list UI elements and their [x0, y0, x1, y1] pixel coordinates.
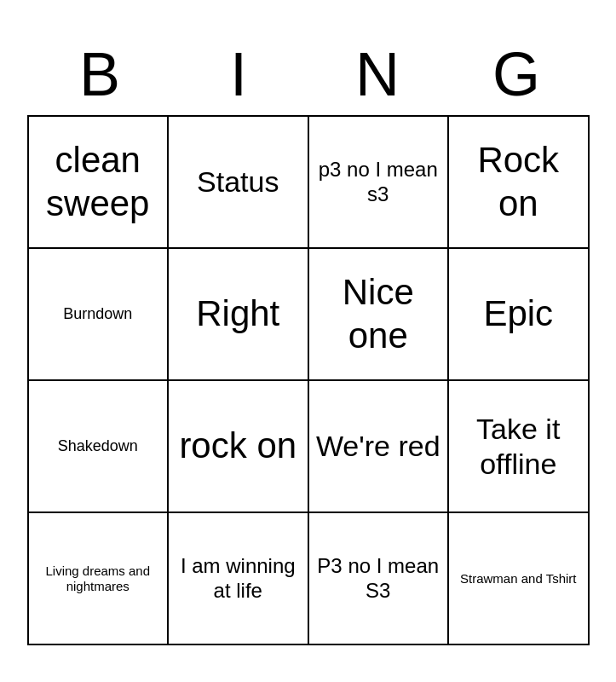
cell-text-r1-c1: Right: [196, 292, 279, 335]
bingo-cell-r1-c2[interactable]: Nice one: [309, 249, 450, 381]
cell-text-r1-c2: Nice one: [316, 271, 441, 357]
cell-text-r2-c1: rock on: [179, 425, 296, 467]
bingo-cell-r3-c0[interactable]: Living dreams and nightmares: [29, 513, 170, 645]
bingo-cell-r3-c2[interactable]: P3 no I mean S3: [309, 513, 450, 645]
bingo-cell-r0-c1[interactable]: Status: [169, 117, 309, 249]
cell-text-r0-c1: Status: [197, 165, 279, 199]
bingo-card: BING clean sweepStatusp3 no I mean s3Roc…: [19, 28, 598, 654]
header-letter-b: B: [31, 37, 170, 112]
bingo-cell-r3-c3[interactable]: Strawman and Tshirt: [449, 513, 590, 645]
cell-text-r1-c3: Epic: [483, 292, 553, 335]
bingo-cell-r2-c2[interactable]: We're red: [309, 381, 450, 513]
bingo-cell-r0-c3[interactable]: Rock on: [449, 117, 590, 249]
bingo-cell-r1-c1[interactable]: Right: [169, 249, 309, 381]
bingo-grid: clean sweepStatusp3 no I mean s3Rock onB…: [27, 115, 590, 645]
header-letter-n: N: [308, 37, 447, 112]
cell-text-r3-c0: Living dreams and nightmares: [36, 564, 161, 594]
bingo-header: BING: [27, 37, 590, 112]
bingo-cell-r3-c1[interactable]: I am winning at life: [169, 513, 309, 645]
bingo-cell-r1-c3[interactable]: Epic: [449, 249, 590, 381]
bingo-cell-r2-c3[interactable]: Take it offline: [449, 381, 590, 513]
cell-text-r2-c2: We're red: [316, 429, 440, 464]
bingo-cell-r0-c2[interactable]: p3 no I mean s3: [309, 117, 450, 249]
header-letter-i: I: [170, 37, 308, 112]
cell-text-r1-c0: Burndown: [63, 305, 132, 324]
cell-text-r3-c1: I am winning at life: [176, 554, 301, 604]
cell-text-r2-c0: Shakedown: [58, 437, 138, 456]
cell-text-r2-c3: Take it offline: [456, 412, 581, 482]
header-letter-g: G: [447, 37, 586, 112]
cell-text-r0-c2: p3 no I mean s3: [316, 158, 441, 207]
cell-text-r0-c0: clean sweep: [36, 139, 161, 225]
cell-text-r0-c3: Rock on: [456, 139, 581, 225]
cell-text-r3-c2: P3 no I mean S3: [316, 554, 441, 604]
bingo-cell-r1-c0[interactable]: Burndown: [29, 249, 170, 381]
bingo-cell-r2-c0[interactable]: Shakedown: [29, 381, 170, 513]
bingo-cell-r0-c0[interactable]: clean sweep: [29, 117, 170, 249]
bingo-cell-r2-c1[interactable]: rock on: [169, 381, 309, 513]
cell-text-r3-c3: Strawman and Tshirt: [460, 571, 576, 587]
